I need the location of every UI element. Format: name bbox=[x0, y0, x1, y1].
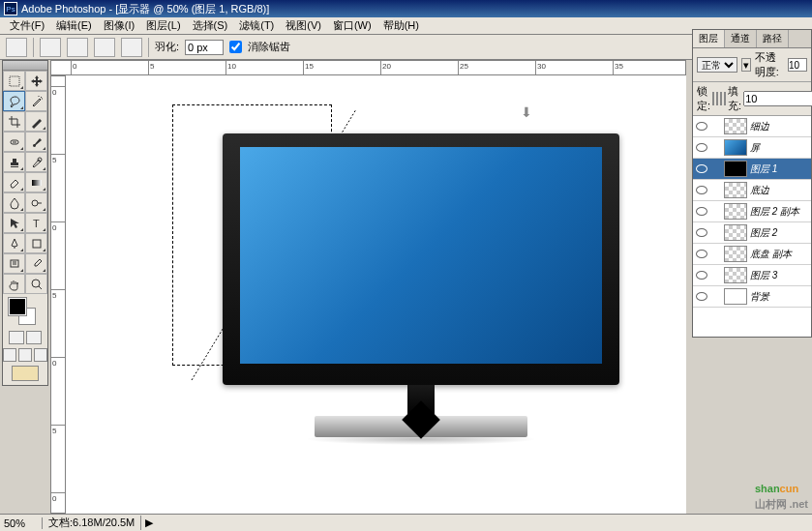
svg-rect-0 bbox=[10, 76, 19, 86]
menu-image[interactable]: 图像(I) bbox=[98, 18, 140, 33]
menu-filter[interactable]: 滤镜(T) bbox=[233, 18, 280, 33]
lasso-tool[interactable] bbox=[3, 91, 25, 111]
fill-input[interactable] bbox=[743, 91, 812, 106]
history-brush-tool[interactable] bbox=[25, 152, 47, 172]
opacity-input[interactable] bbox=[788, 58, 807, 72]
screen-full-icon[interactable] bbox=[34, 348, 47, 362]
blend-mode-select[interactable]: 正常 bbox=[697, 57, 737, 73]
layer-row[interactable]: 底盘 副本 bbox=[693, 244, 811, 265]
crop-tool[interactable] bbox=[3, 111, 25, 132]
standard-mode-icon[interactable] bbox=[9, 331, 24, 344]
layer-row[interactable]: 图层 1 bbox=[693, 159, 811, 180]
screen-full-menubar-icon[interactable] bbox=[18, 348, 32, 362]
selection-intersect-icon[interactable] bbox=[121, 38, 142, 57]
window-title: Adobe Photoshop - [显示器 @ 50% (图层 1, RGB/… bbox=[21, 2, 269, 16]
blur-tool[interactable] bbox=[3, 192, 25, 213]
tab-paths[interactable]: 路径 bbox=[757, 30, 789, 47]
antialias-checkbox[interactable] bbox=[229, 41, 242, 53]
canvas-area[interactable]: ⬇ bbox=[66, 75, 686, 514]
options-bar: 羽化: 消除锯齿 画笔 工具预设 bbox=[0, 35, 812, 60]
svg-point-4 bbox=[32, 200, 38, 206]
layer-name: 背景 bbox=[750, 290, 769, 304]
marquee-tool[interactable] bbox=[3, 71, 25, 91]
visibility-icon[interactable] bbox=[695, 290, 708, 304]
layer-name: 底边 bbox=[750, 184, 769, 197]
visibility-icon[interactable] bbox=[695, 269, 708, 282]
selection-new-icon[interactable] bbox=[40, 38, 61, 57]
eraser-tool[interactable] bbox=[3, 172, 25, 192]
slice-tool[interactable] bbox=[25, 111, 47, 132]
layer-thumbnail[interactable] bbox=[724, 118, 747, 134]
layer-thumbnail[interactable] bbox=[724, 139, 747, 156]
visibility-icon[interactable] bbox=[695, 162, 708, 176]
layer-row[interactable]: 屏 bbox=[693, 137, 811, 159]
tab-channels[interactable]: 通道 bbox=[725, 30, 757, 47]
selection-add-icon[interactable] bbox=[67, 38, 88, 57]
current-tool-preset[interactable] bbox=[6, 38, 27, 57]
menu-window[interactable]: 窗口(W) bbox=[327, 18, 377, 33]
move-tool[interactable] bbox=[25, 71, 47, 91]
shape-tool[interactable] bbox=[25, 233, 47, 253]
gradient-tool[interactable] bbox=[25, 172, 47, 192]
layer-row[interactable]: 图层 2 bbox=[693, 222, 811, 244]
brush-tool[interactable] bbox=[25, 132, 47, 152]
layer-thumbnail[interactable] bbox=[724, 182, 747, 198]
lock-image-icon[interactable] bbox=[716, 92, 718, 105]
pen-tool[interactable] bbox=[3, 233, 25, 253]
title-bar: Ps Adobe Photoshop - [显示器 @ 50% (图层 1, R… bbox=[0, 0, 812, 17]
wand-tool[interactable] bbox=[25, 91, 47, 111]
visibility-icon[interactable] bbox=[695, 205, 708, 219]
visibility-icon[interactable] bbox=[695, 120, 708, 133]
menu-view[interactable]: 视图(V) bbox=[280, 18, 327, 33]
menu-file[interactable]: 文件(F) bbox=[4, 18, 50, 33]
menu-help[interactable]: 帮助(H) bbox=[377, 18, 425, 33]
zoom-tool[interactable] bbox=[25, 274, 47, 294]
menu-layer[interactable]: 图层(L) bbox=[140, 18, 186, 33]
eyedropper-tool[interactable] bbox=[25, 253, 47, 274]
layer-row[interactable]: 图层 3 bbox=[693, 265, 811, 286]
layer-thumbnail[interactable] bbox=[724, 288, 747, 305]
layer-thumbnail[interactable] bbox=[724, 267, 747, 283]
menu-bar: 文件(F) 编辑(E) 图像(I) 图层(L) 选择(S) 滤镜(T) 视图(V… bbox=[0, 17, 812, 35]
layer-row[interactable]: 底边 bbox=[693, 180, 811, 201]
foreground-color[interactable] bbox=[9, 298, 26, 315]
antialias-label: 消除锯齿 bbox=[248, 40, 290, 54]
chevron-down-icon[interactable]: ▾ bbox=[741, 58, 751, 72]
layer-row[interactable]: 图层 2 副本 bbox=[693, 201, 811, 222]
toolbox-handle[interactable] bbox=[3, 61, 47, 71]
menu-edit[interactable]: 编辑(E) bbox=[50, 18, 98, 33]
lock-position-icon[interactable] bbox=[720, 92, 722, 105]
layer-thumbnail[interactable] bbox=[724, 246, 747, 262]
lock-all-icon[interactable] bbox=[724, 92, 726, 105]
svg-rect-3 bbox=[32, 180, 42, 186]
layer-row[interactable]: 背景 bbox=[693, 286, 811, 308]
doc-size[interactable]: 文档:6.18M/20.5M bbox=[43, 516, 141, 530]
layer-thumbnail[interactable] bbox=[724, 203, 747, 220]
stamp-tool[interactable] bbox=[3, 152, 25, 172]
screen-standard-icon[interactable] bbox=[3, 348, 16, 362]
visibility-icon[interactable] bbox=[695, 226, 708, 240]
visibility-icon[interactable] bbox=[695, 184, 708, 197]
hand-tool[interactable] bbox=[3, 274, 25, 294]
feather-input[interactable] bbox=[185, 40, 224, 55]
layer-name: 图层 1 bbox=[750, 162, 777, 176]
layer-thumbnail[interactable] bbox=[724, 161, 747, 177]
type-tool[interactable]: T bbox=[25, 213, 47, 233]
healing-tool[interactable] bbox=[3, 132, 25, 152]
notes-tool[interactable] bbox=[3, 253, 25, 274]
quickmask-mode-icon[interactable] bbox=[26, 331, 42, 344]
layer-row[interactable]: 细边 bbox=[693, 116, 811, 137]
status-menu-icon[interactable]: ▶ bbox=[141, 516, 157, 529]
selection-subtract-icon[interactable] bbox=[94, 38, 115, 57]
path-select-tool[interactable] bbox=[3, 213, 25, 233]
lock-transparency-icon[interactable] bbox=[712, 92, 714, 105]
tab-layers[interactable]: 图层 bbox=[693, 30, 725, 47]
visibility-icon[interactable] bbox=[695, 248, 708, 261]
layer-thumbnail[interactable] bbox=[724, 224, 747, 241]
jump-to-imageready-icon[interactable] bbox=[12, 366, 39, 381]
zoom-field[interactable]: 50% bbox=[0, 517, 43, 529]
visibility-icon[interactable] bbox=[695, 141, 708, 155]
lock-label: 锁定: bbox=[697, 84, 710, 113]
dodge-tool[interactable] bbox=[25, 192, 47, 213]
menu-select[interactable]: 选择(S) bbox=[187, 18, 234, 33]
